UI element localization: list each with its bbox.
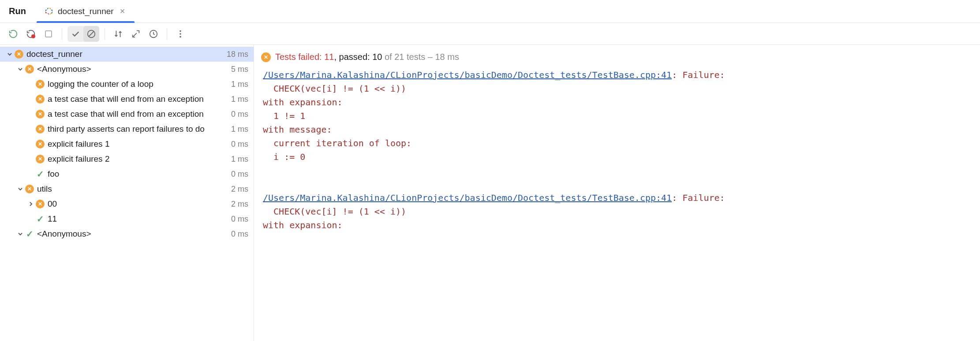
tree-label: 11 <box>48 214 228 224</box>
tree-duration: 1 ms <box>231 125 248 134</box>
tree-test-item[interactable]: 00 2 ms <box>0 196 254 211</box>
tree-duration: 0 ms <box>231 170 248 179</box>
tree-label: a test case that will end from an except… <box>48 94 228 104</box>
tree-test-item[interactable]: explicit failures 1 0 ms <box>0 137 254 152</box>
tree-duration: 18 ms <box>227 50 248 59</box>
tree-duration: 0 ms <box>231 215 248 224</box>
chevron-down-icon[interactable] <box>5 51 14 57</box>
run-config-icon <box>45 7 53 16</box>
svg-point-6 <box>180 36 181 37</box>
tree-group-anonymous-2[interactable]: ✓ <Anonymous> 0 ms <box>0 226 254 241</box>
fail-icon <box>25 184 34 194</box>
test-tree: doctest_runner 18 ms <Anonymous> 5 ms lo… <box>0 45 254 243</box>
fail-icon <box>35 79 45 89</box>
close-icon[interactable]: × <box>118 6 127 16</box>
tree-label: a test case that will end from an except… <box>48 109 228 119</box>
app-root: Run doctest_runner × <box>0 0 980 341</box>
passed-ignored-group <box>67 26 99 42</box>
tree-label: third party asserts can report failures … <box>48 124 228 134</box>
test-summary: Tests failed: 11, passed: 10 of 21 tests… <box>261 49 980 68</box>
show-ignored-toggle[interactable] <box>83 26 99 42</box>
tree-test-item[interactable]: third party asserts can report failures … <box>0 122 254 137</box>
fail-icon <box>35 139 45 149</box>
tree-label: doctest_runner <box>26 49 223 59</box>
more-options-button[interactable] <box>172 26 188 42</box>
file-link[interactable]: /Users/Marina.Kalashina/CLionProjects/ba… <box>263 70 672 80</box>
console-line: : Failure: <box>672 70 725 80</box>
summary-rest: of 21 tests – 18 ms <box>382 52 459 62</box>
sort-button[interactable] <box>110 26 126 42</box>
chevron-down-icon[interactable] <box>16 66 25 72</box>
rerun-button[interactable] <box>5 26 21 42</box>
tree-label: utils <box>37 184 228 194</box>
fail-icon <box>35 124 45 134</box>
fail-icon <box>35 154 45 164</box>
pass-icon: ✓ <box>35 214 45 224</box>
tree-test-item[interactable]: logging the counter of a loop 1 ms <box>0 77 254 92</box>
tree-duration: 1 ms <box>231 155 248 164</box>
console-pane: Tests failed: 11, passed: 10 of 21 tests… <box>254 45 980 341</box>
console-line: CHECK(vec[i] != (1 << i)) <box>263 206 406 217</box>
pass-icon: ✓ <box>25 229 34 239</box>
tree-test-item[interactable]: a test case that will end from an except… <box>0 107 254 122</box>
fail-icon <box>25 64 34 74</box>
tab-label: doctest_runner <box>58 7 114 16</box>
console-line: i := 0 <box>263 152 305 162</box>
tree-group-utils[interactable]: utils 2 ms <box>0 182 254 196</box>
tab-strip: Run doctest_runner × <box>0 0 980 23</box>
tree-label: <Anonymous> <box>37 229 228 239</box>
fail-icon <box>35 109 45 119</box>
tree-duration: 0 ms <box>231 110 248 119</box>
pass-icon: ✓ <box>35 169 45 179</box>
fail-icon <box>261 52 271 62</box>
tree-duration: 5 ms <box>231 65 248 74</box>
stop-button[interactable] <box>41 26 56 42</box>
tree-label: explicit failures 2 <box>48 154 228 164</box>
tree-test-item[interactable]: ✓ 11 0 ms <box>0 211 254 226</box>
tree-label: 00 <box>48 199 228 209</box>
tree-label: explicit failures 1 <box>48 139 228 149</box>
console-line: with expansion: <box>263 220 343 230</box>
chevron-right-icon[interactable] <box>26 201 35 207</box>
show-passed-toggle[interactable] <box>67 26 83 42</box>
console-line: : Failure: <box>672 193 725 203</box>
tree-duration: 2 ms <box>231 200 248 209</box>
console-line: with message: <box>263 124 332 135</box>
toolbar-separator <box>167 28 167 40</box>
history-button[interactable] <box>146 26 161 42</box>
console-line: CHECK(vec[i] != (1 << i)) <box>263 83 406 94</box>
file-link[interactable]: /Users/Marina.Kalashina/CLionProjects/ba… <box>263 193 672 203</box>
tree-duration: 0 ms <box>231 140 248 149</box>
console-line: 1 != 1 <box>263 111 305 121</box>
test-toolbar <box>0 23 980 45</box>
summary-failed: Tests failed: 11 <box>275 52 334 62</box>
tree-duration: 1 ms <box>231 80 248 89</box>
svg-rect-1 <box>45 31 52 37</box>
tree-group-anonymous-1[interactable]: <Anonymous> 5 ms <box>0 62 254 77</box>
tree-duration: 1 ms <box>231 95 248 104</box>
chevron-down-icon[interactable] <box>16 231 25 237</box>
tab-doctest-runner[interactable]: doctest_runner × <box>37 0 135 22</box>
svg-point-5 <box>180 33 181 35</box>
rerun-failed-button[interactable] <box>23 26 39 42</box>
summary-passed: , passed: 10 <box>334 52 382 62</box>
chevron-down-icon[interactable] <box>16 186 25 192</box>
svg-point-0 <box>31 34 35 38</box>
tree-label: foo <box>48 169 228 179</box>
console-line: current iteration of loop: <box>263 138 411 148</box>
expand-all-button[interactable] <box>128 26 144 42</box>
toolbar-separator <box>62 28 62 40</box>
toolbar-separator <box>105 28 105 40</box>
tree-test-item[interactable]: a test case that will end from an except… <box>0 92 254 107</box>
svg-point-4 <box>180 30 181 32</box>
tree-test-item[interactable]: explicit failures 2 1 ms <box>0 152 254 167</box>
tree-label: <Anonymous> <box>37 64 228 74</box>
main-split: doctest_runner 18 ms <Anonymous> 5 ms lo… <box>0 45 980 341</box>
tree-root[interactable]: doctest_runner 18 ms <box>0 47 254 62</box>
tree-test-item[interactable]: ✓ foo 0 ms <box>0 167 254 182</box>
test-tree-pane: doctest_runner 18 ms <Anonymous> 5 ms lo… <box>0 45 254 341</box>
tree-label: logging the counter of a loop <box>48 79 228 89</box>
console-output[interactable]: /Users/Marina.Kalashina/CLionProjects/ba… <box>261 68 980 232</box>
tree-duration: 2 ms <box>231 185 248 194</box>
fail-icon <box>35 94 45 104</box>
